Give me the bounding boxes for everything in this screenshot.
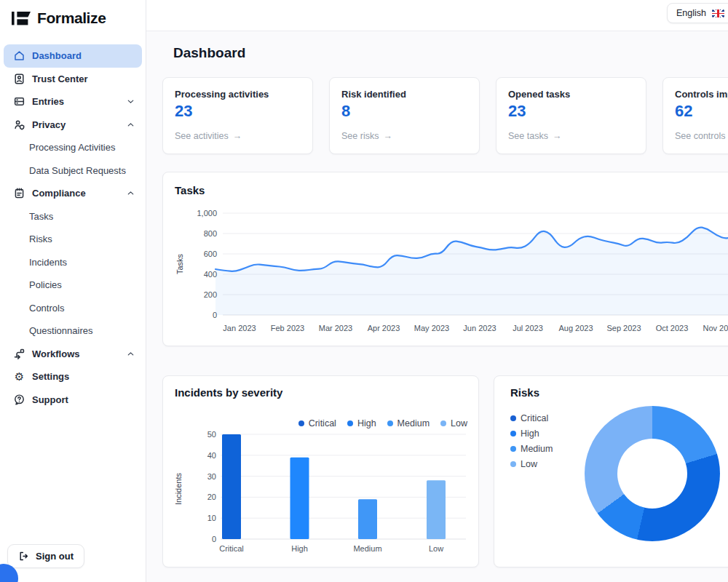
sign-out-button[interactable]: Sign out	[7, 544, 84, 568]
bar-low	[427, 480, 446, 539]
sidebar-item-support[interactable]: Support	[4, 388, 142, 412]
sidebar-subitem-tasks[interactable]: Tasks	[0, 205, 146, 228]
stat-card-opened-tasks: Opened tasks23See tasks→	[496, 77, 646, 154]
svg-text:High: High	[291, 544, 308, 553]
id-badge-icon	[13, 73, 25, 85]
sidebar-subitem-processing-activities[interactable]: Processing Activities	[0, 136, 146, 159]
svg-text:600: 600	[204, 250, 217, 258]
stat-card-title: Risk identified	[341, 89, 467, 100]
stat-card-title: Opened tasks	[508, 89, 634, 100]
stat-card-link[interactable]: See activities→	[175, 131, 301, 141]
language-selector[interactable]: English	[667, 3, 728, 23]
sidebar-item-label: Settings	[32, 371, 135, 382]
risks-legend: CriticalHighMediumLow	[510, 413, 553, 469]
chevron-up-icon	[126, 188, 135, 198]
svg-text:Critical: Critical	[219, 544, 244, 553]
svg-text:Medium: Medium	[353, 544, 381, 553]
svg-text:200: 200	[204, 290, 217, 299]
stat-card-value: 23	[175, 102, 301, 121]
legend-dot	[510, 431, 516, 436]
stat-card-risk-identified: Risk identified8See risks→	[329, 77, 480, 154]
stat-link-label: See risks	[341, 131, 379, 141]
tasks-chart-card: Tasks 02004006008001,000Jan 2023Feb 2023…	[162, 172, 728, 346]
stat-link-label: See tasks	[508, 131, 548, 141]
sidebar-item-label: Privacy	[32, 119, 126, 130]
risks-chart-title: Risks	[510, 386, 728, 399]
legend-dot	[510, 446, 516, 452]
sidebar-item-settings[interactable]: ⚙Settings	[4, 365, 142, 388]
stat-link-label: See activities	[175, 131, 229, 141]
legend-item-low[interactable]: Low	[510, 459, 553, 469]
legend-label: High	[521, 428, 539, 439]
svg-text:30: 30	[207, 472, 216, 481]
svg-text:40: 40	[207, 451, 216, 460]
legend-dot	[510, 461, 516, 467]
legend-item-critical[interactable]: Critical	[510, 413, 553, 423]
sidebar-item-workflows[interactable]: Workflows	[4, 343, 142, 366]
sidebar-item-privacy[interactable]: Privacy	[4, 113, 142, 137]
stat-card-processing-activities: Processing activities23See activities→	[162, 77, 313, 154]
privacy-icon	[13, 119, 25, 131]
page-title: Dashboard	[173, 45, 245, 61]
svg-text:Feb 2023: Feb 2023	[271, 324, 304, 332]
sidebar-subitem-risks[interactable]: Risks	[0, 228, 146, 251]
stat-card-link[interactable]: See risks→	[341, 131, 467, 141]
svg-text:Low: Low	[429, 544, 443, 553]
sidebar-subitem-controls[interactable]: Controls	[0, 297, 146, 320]
stat-link-label: See controls	[675, 131, 725, 141]
legend-item-medium[interactable]: Medium	[510, 444, 553, 454]
tasks-chart-title: Tasks	[175, 184, 728, 196]
stat-card-controls-implemented: Controls implemented62See controls→	[662, 77, 728, 154]
sidebar-item-trust-center[interactable]: Trust Center	[4, 68, 142, 91]
stat-card-link[interactable]: See controls→	[675, 131, 728, 141]
bar-medium	[358, 499, 377, 539]
sidebar-item-label: Trust Center	[32, 73, 135, 84]
risks-chart-card: Risks CriticalHighMediumLow	[494, 375, 728, 567]
legend-label: Low	[521, 459, 537, 469]
stat-card-link[interactable]: See tasks→	[508, 131, 634, 141]
sidebar-subitem-questionnaires[interactable]: Questionnaires	[0, 319, 146, 343]
brand-name: Formalize	[37, 9, 106, 27]
sidebar-subitem-data-subject-requests[interactable]: Data Subject Requests	[0, 159, 146, 183]
sidebar-subitem-policies[interactable]: Policies	[0, 274, 146, 297]
stat-card-value: 62	[675, 102, 728, 121]
uk-flag-icon	[712, 9, 724, 17]
svg-text:Apr 2023: Apr 2023	[368, 324, 400, 332]
sidebar-item-compliance[interactable]: Compliance	[4, 182, 142, 205]
app-root: Formalize DashboardTrust CenterEntriesPr…	[0, 0, 728, 582]
svg-text:1,000: 1,000	[197, 209, 217, 218]
svg-text:Nov 2023: Nov 2023	[703, 324, 728, 332]
arrow-right-icon: →	[233, 131, 242, 141]
incidents-chart-card: Incidents by severity CriticalHighMedium…	[162, 375, 479, 567]
svg-text:10: 10	[207, 514, 216, 522]
svg-text:Oct 2023: Oct 2023	[656, 324, 689, 332]
svg-text:May 2023: May 2023	[414, 324, 449, 332]
stat-card-value: 8	[341, 102, 467, 121]
svg-text:Mar 2023: Mar 2023	[319, 324, 352, 332]
topbar: English	[146, 0, 728, 31]
brand-logo[interactable]: Formalize	[0, 0, 146, 27]
clipboard-icon	[13, 187, 25, 199]
legend-item-high[interactable]: High	[510, 428, 553, 439]
home-icon	[13, 49, 25, 62]
sign-out-label: Sign out	[36, 551, 74, 562]
svg-text:0: 0	[212, 535, 216, 543]
arrow-right-icon: →	[383, 131, 392, 141]
sign-out-icon	[18, 551, 29, 562]
sidebar-item-label: Dashboard	[32, 50, 135, 61]
legend-label: Critical	[521, 413, 548, 423]
main-area: English Dashboard Processing activities2…	[146, 0, 728, 582]
stat-card-title: Controls implemented	[675, 89, 728, 100]
sidebar-subitem-incidents[interactable]: Incidents	[0, 251, 146, 274]
svg-text:50: 50	[207, 430, 216, 439]
svg-text:Aug 2023: Aug 2023	[558, 324, 593, 332]
svg-text:800: 800	[204, 229, 217, 238]
sidebar-item-entries[interactable]: Entries	[4, 90, 142, 113]
bar-high	[290, 458, 309, 539]
stat-card-title: Processing activities	[175, 89, 301, 100]
donut-hole	[617, 439, 687, 509]
svg-text:Incidents: Incidents	[175, 472, 183, 505]
chevron-up-icon	[126, 349, 135, 359]
svg-text:Jan 2023: Jan 2023	[223, 324, 256, 332]
sidebar-item-dashboard[interactable]: Dashboard	[4, 44, 142, 68]
